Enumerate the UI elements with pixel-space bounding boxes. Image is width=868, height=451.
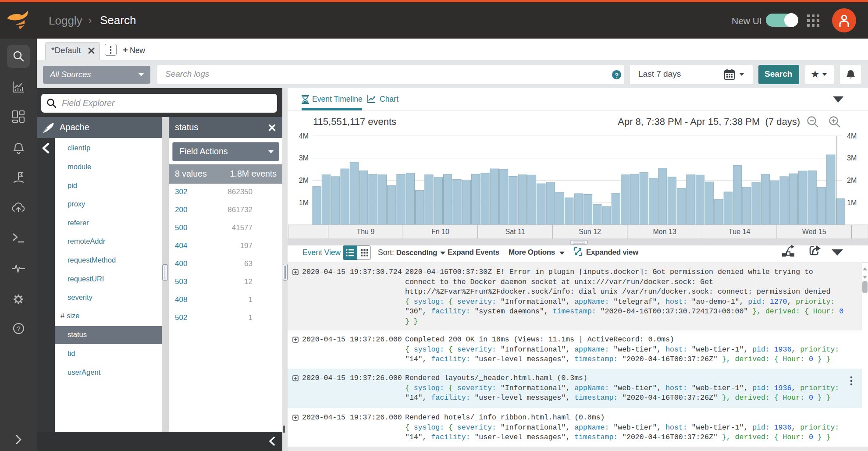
svg-text:Tue 14: Tue 14 [729, 228, 750, 235]
svg-text:3M: 3M [299, 154, 309, 162]
svg-text:Wed 15: Wed 15 [802, 228, 826, 235]
svg-text:Sun 12: Sun 12 [579, 228, 601, 235]
svg-text:4M: 4M [847, 132, 857, 140]
svg-text:1M: 1M [299, 199, 309, 206]
svg-text:Sat 11: Sat 11 [505, 228, 525, 235]
svg-text:1M: 1M [847, 199, 857, 206]
svg-text:Thu 9: Thu 9 [356, 228, 374, 235]
svg-text:4M: 4M [299, 132, 309, 140]
svg-text:Mon 13: Mon 13 [653, 228, 676, 235]
svg-text:2M: 2M [847, 177, 857, 184]
svg-text:2M: 2M [299, 177, 309, 184]
svg-text:?: ? [17, 325, 20, 332]
svg-text:3M: 3M [847, 154, 857, 162]
svg-text:Fri 10: Fri 10 [431, 228, 449, 235]
